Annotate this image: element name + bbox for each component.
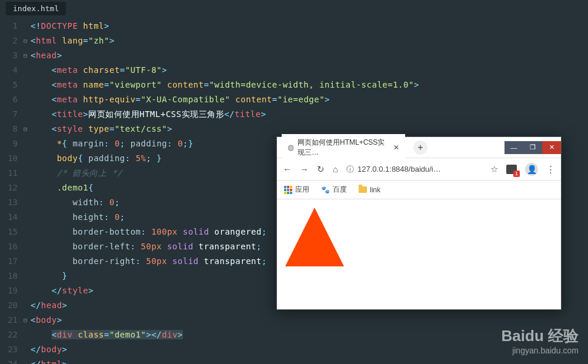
- baidu-bookmark[interactable]: 🐾 百度: [321, 185, 347, 195]
- line-number: 11: [0, 166, 18, 181]
- fold-marker: [24, 357, 31, 364]
- file-tab[interactable]: index.html: [6, 2, 66, 15]
- code-line[interactable]: <head>: [31, 48, 588, 63]
- line-number: 7: [0, 107, 18, 122]
- apps-icon: [284, 186, 292, 194]
- fold-marker: [24, 298, 31, 313]
- triangle-demo: [285, 208, 344, 266]
- apps-bookmark[interactable]: 应用: [284, 185, 309, 195]
- fold-marker: [24, 19, 31, 34]
- fold-marker: [24, 136, 31, 151]
- browser-viewport: [277, 199, 561, 309]
- line-number: 5: [0, 78, 18, 92]
- fold-marker: [24, 151, 31, 166]
- fold-marker[interactable]: ⊟: [24, 122, 31, 136]
- window-controls: — ❐ ✕: [505, 141, 561, 154]
- fold-marker[interactable]: ⊟: [24, 313, 31, 328]
- code-line[interactable]: <meta name="viewport" content="width=dev…: [31, 78, 588, 92]
- line-number: 17: [0, 254, 18, 269]
- line-number: 14: [0, 210, 18, 225]
- code-line[interactable]: <title>网页如何使用HTML+CSS实现三角形</title>: [31, 107, 588, 122]
- code-line[interactable]: <html lang="zh">: [31, 34, 588, 48]
- fold-marker[interactable]: ⊟: [24, 48, 31, 63]
- fold-marker: [24, 92, 31, 107]
- address-url: 127.0.0.1:8848/baidu/i…: [358, 165, 441, 173]
- link-bookmark[interactable]: link: [359, 186, 380, 194]
- watermark: Baidu 经验 jingyan.baidu.com: [502, 326, 579, 356]
- line-number: 18: [0, 269, 18, 283]
- fold-marker: [24, 78, 31, 92]
- profile-icon[interactable]: 👤: [525, 163, 538, 176]
- fold-marker: [24, 210, 31, 225]
- minimize-button[interactable]: —: [505, 141, 523, 154]
- line-number-gutter: 123456789101112131415161718192021222324: [0, 19, 24, 364]
- line-number: 13: [0, 195, 18, 210]
- menu-icon[interactable]: ⋮: [546, 164, 555, 175]
- fold-marker: [24, 225, 31, 239]
- tab-bar: index.html: [0, 0, 588, 16]
- back-button[interactable]: ←: [283, 164, 292, 174]
- info-icon: ⓘ: [346, 164, 354, 175]
- close-button[interactable]: ✕: [542, 141, 561, 154]
- new-tab-button[interactable]: +: [413, 141, 427, 155]
- code-line[interactable]: <meta http-equiv="X-UA-Compatible" conte…: [31, 92, 588, 107]
- folder-icon: [359, 186, 367, 193]
- fold-marker: [24, 107, 31, 122]
- code-line[interactable]: <!DOCTYPE html>: [31, 19, 588, 34]
- line-number: 9: [0, 136, 18, 151]
- watermark-url: jingyan.baidu.com: [502, 346, 579, 356]
- line-number: 3: [0, 48, 18, 63]
- fold-marker: [24, 328, 31, 342]
- line-number: 12: [0, 181, 18, 195]
- line-number: 2: [0, 34, 18, 48]
- line-number: 22: [0, 328, 18, 342]
- browser-toolbar: ← → ↻ ⌂ ⓘ 127.0.0.1:8848/baidu/i… ☆ 👤 ⋮: [277, 158, 561, 181]
- reload-button[interactable]: ↻: [317, 164, 325, 175]
- code-line[interactable]: <meta charset="UTF-8">: [31, 63, 588, 78]
- line-number: 19: [0, 283, 18, 298]
- fold-marker: [24, 269, 31, 283]
- line-number: 15: [0, 225, 18, 239]
- line-number: 21: [0, 313, 18, 328]
- line-number: 1: [0, 19, 18, 34]
- link-label: link: [370, 186, 380, 194]
- line-number: 8: [0, 122, 18, 136]
- browser-tab[interactable]: ◍ 网页如何使用HTML+CSS实现三… ✕: [282, 134, 405, 161]
- fold-column[interactable]: ⊟⊟⊟⊟: [24, 19, 31, 364]
- line-number: 24: [0, 357, 18, 364]
- fold-marker: [24, 283, 31, 298]
- fold-marker: [24, 254, 31, 269]
- code-line[interactable]: </html>: [31, 357, 588, 364]
- globe-icon: ◍: [288, 143, 294, 152]
- bookmarks-bar: 应用 🐾 百度 link: [277, 181, 561, 199]
- paw-icon: 🐾: [321, 186, 330, 194]
- code-line[interactable]: <body>: [31, 313, 588, 328]
- address-bar[interactable]: ⓘ 127.0.0.1:8848/baidu/i…: [346, 164, 482, 175]
- fold-marker: [24, 63, 31, 78]
- home-button[interactable]: ⌂: [333, 164, 338, 174]
- line-number: 16: [0, 239, 18, 254]
- line-number: 20: [0, 298, 18, 313]
- fold-marker: [24, 239, 31, 254]
- fold-marker[interactable]: ⊟: [24, 34, 31, 48]
- browser-titlebar: ◍ 网页如何使用HTML+CSS实现三… ✕ + — ❐ ✕: [277, 137, 561, 158]
- fold-marker: [24, 195, 31, 210]
- forward-button[interactable]: →: [300, 164, 309, 174]
- star-icon[interactable]: ☆: [490, 164, 498, 175]
- line-number: 4: [0, 63, 18, 78]
- maximize-button[interactable]: ❐: [523, 141, 542, 154]
- browser-window: ◍ 网页如何使用HTML+CSS实现三… ✕ + — ❐ ✕ ← → ↻ ⌂ ⓘ…: [276, 136, 562, 310]
- extension-icon[interactable]: [506, 165, 517, 174]
- line-number: 23: [0, 342, 18, 357]
- fold-marker: [24, 181, 31, 195]
- fold-marker: [24, 166, 31, 181]
- fold-marker: [24, 342, 31, 357]
- watermark-brand: Baidu 经验: [502, 326, 579, 346]
- line-number: 6: [0, 92, 18, 107]
- browser-tab-title: 网页如何使用HTML+CSS实现三…: [298, 138, 386, 158]
- tab-close-icon[interactable]: ✕: [393, 143, 399, 152]
- apps-label: 应用: [295, 185, 309, 195]
- baidu-label: 百度: [333, 185, 347, 195]
- line-number: 10: [0, 151, 18, 166]
